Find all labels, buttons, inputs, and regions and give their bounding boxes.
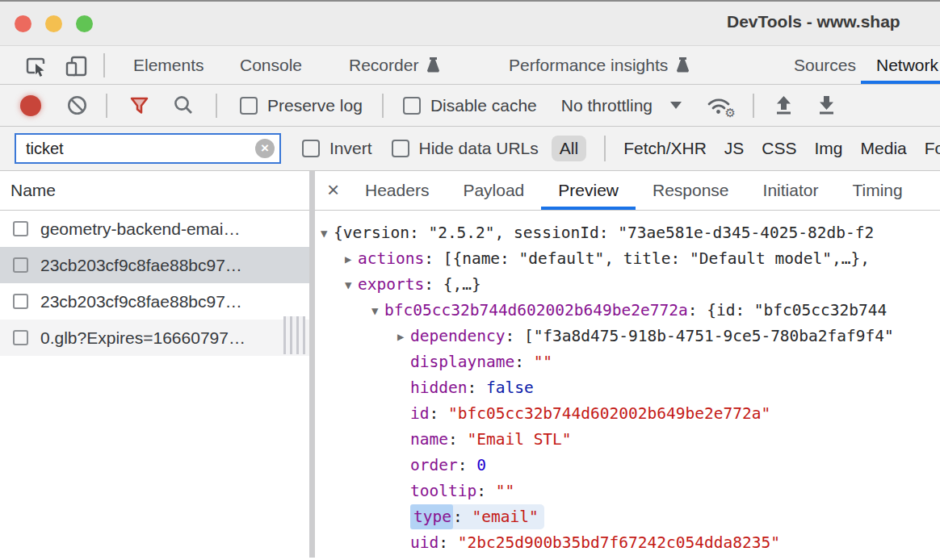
toolbar-divider — [106, 94, 107, 118]
request-row[interactable]: geometry-backend-emai… — [0, 211, 309, 247]
hide-data-urls-checkbox[interactable] — [392, 140, 409, 157]
json-key: order — [410, 456, 458, 474]
tab-label: Performance insights — [509, 56, 668, 75]
clear-filter-icon[interactable]: × — [255, 139, 275, 158]
tab-recorder[interactable]: Recorder — [349, 46, 441, 84]
json-line: ▶type: "email" — [315, 504, 940, 530]
devtools-tabs: ElementsConsoleRecorderPerformance insig… — [0, 46, 940, 84]
disclosure-triangle-icon[interactable]: ▶ — [397, 324, 410, 349]
disclosure-triangle-icon[interactable]: ▼ — [321, 220, 334, 246]
json-text: : ["f3a8d475-918b-4751-9ce5-780ba2faf9f4… — [505, 327, 893, 345]
filter-chip-font[interactable]: Font — [925, 139, 940, 158]
tab-performance-insights[interactable]: Performance insights — [509, 46, 690, 84]
tab-label: Sources — [794, 56, 856, 75]
json-line: ▶order: 0 — [315, 453, 940, 479]
request-row[interactable]: 0.glb?Expires=16660797… — [0, 320, 309, 356]
tab-elements[interactable]: Elements — [133, 46, 204, 84]
disable-cache-label[interactable]: Disable cache — [430, 96, 537, 115]
detail-tab-headers[interactable]: Headers — [365, 171, 429, 210]
filter-chip-css[interactable]: CSS — [762, 139, 796, 158]
filter-chip-media[interactable]: Media — [861, 139, 907, 158]
network-filter-row: × Invert Hide data URLs AllFetch/XHRJSCS… — [0, 127, 940, 171]
json-text: : {id: "bfc05cc32b744 — [688, 301, 888, 320]
preserve-log-label[interactable]: Preserve log — [267, 96, 363, 115]
request-row[interactable]: 23cb203cf9c8fae88bc97… — [0, 247, 309, 283]
throttling-select[interactable]: No throttling — [561, 96, 653, 115]
json-string-value: "bfc05cc32b744d602002b649be2e772a" — [448, 404, 770, 423]
requests-panel: Name geometry-backend-emai…23cb203cf9c8f… — [0, 171, 309, 558]
json-string-value: "Email STL" — [467, 430, 571, 449]
json-text: : {,…} — [424, 275, 480, 294]
disclosure-triangle-icon[interactable]: ▼ — [345, 272, 358, 298]
network-conditions-icon[interactable]: ⚙ — [706, 94, 732, 117]
hide-data-urls-label[interactable]: Hide data URLs — [419, 139, 539, 158]
json-line: ▶dependency: ["f3a8d475-918b-4751-9ce5-7… — [315, 324, 940, 349]
json-text: : — [458, 456, 476, 474]
search-icon[interactable] — [173, 94, 195, 116]
json-key: dependency — [410, 327, 505, 345]
json-number-value: 0 — [476, 456, 486, 474]
json-line: ▶id: "bfc05cc32b744d602002b649be2e772a" — [315, 401, 940, 427]
json-text: : — [467, 378, 485, 397]
detail-tabs: HeadersPayloadPreviewResponseInitiatorTi… — [365, 171, 903, 210]
detail-tab-payload[interactable]: Payload — [463, 171, 524, 210]
filter-chip-all[interactable]: All — [552, 136, 586, 161]
disclosure-triangle-icon[interactable]: ▼ — [371, 298, 384, 324]
name-column-header[interactable]: Name — [0, 171, 309, 211]
json-boolean-value: false — [486, 378, 534, 397]
json-key: uid — [410, 533, 439, 552]
detail-tabbar: × HeadersPayloadPreviewResponseInitiator… — [315, 171, 940, 211]
detail-tab-initiator[interactable]: Initiator — [763, 171, 819, 210]
request-name: 23cb203cf9c8fae88bc97… — [40, 292, 242, 311]
import-har-icon[interactable] — [774, 94, 794, 116]
tab-label: Elements — [133, 56, 204, 75]
filter-chip-js[interactable]: JS — [724, 139, 745, 158]
close-icon[interactable]: × — [327, 178, 339, 203]
filter-chip-fetch-xhr[interactable]: Fetch/XHR — [623, 139, 707, 158]
filter-input[interactable] — [15, 133, 281, 164]
zoom-window-button[interactable] — [76, 15, 93, 32]
tab-label: Recorder — [349, 56, 418, 75]
filter-toggle-icon[interactable] — [128, 94, 150, 116]
json-text: : [{name: "default", title: "Default mod… — [424, 249, 870, 268]
tab-network[interactable]: Network — [876, 46, 938, 84]
detail-tab-preview[interactable]: Preview — [558, 171, 619, 210]
detail-tab-timing[interactable]: Timing — [852, 171, 902, 210]
json-text: : — [439, 533, 457, 552]
json-text: : — [476, 482, 495, 500]
invert-checkbox[interactable] — [302, 140, 320, 157]
json-key: tooltip — [410, 482, 476, 500]
json-key: name — [410, 430, 448, 449]
json-key: actions — [358, 249, 424, 268]
export-har-icon[interactable] — [816, 94, 837, 116]
filter-chip-img[interactable]: Img — [815, 139, 843, 158]
json-text: {version: "2.5.2", sessionId: "73ae581e-… — [334, 224, 874, 242]
preserve-log-checkbox[interactable] — [240, 97, 258, 115]
detail-tab-response[interactable]: Response — [653, 171, 729, 210]
json-key: exports — [358, 275, 424, 294]
json-string-value: "" — [496, 482, 514, 500]
clear-network-log-icon[interactable] — [66, 94, 88, 116]
tab-console[interactable]: Console — [240, 46, 302, 84]
gear-icon: ⚙ — [725, 106, 736, 120]
request-row[interactable]: 23cb203cf9c8fae88bc97… — [0, 283, 309, 320]
json-string-value: "" — [534, 353, 552, 371]
traffic-lights — [15, 15, 93, 32]
panel-resize-handle[interactable] — [309, 171, 315, 558]
scrollbar-stripes — [283, 316, 305, 354]
record-network-log-button[interactable] — [20, 95, 41, 116]
tab-sources[interactable]: Sources — [794, 46, 856, 84]
close-window-button[interactable] — [15, 15, 31, 32]
toolbar-divider — [382, 94, 384, 118]
disable-cache-checkbox[interactable] — [403, 97, 421, 115]
minimize-window-button[interactable] — [45, 15, 62, 32]
disclosure-triangle-icon[interactable]: ▶ — [345, 246, 358, 272]
json-text: : — [448, 430, 467, 449]
invert-label[interactable]: Invert — [329, 139, 372, 158]
resource-type-filters: AllFetch/XHRJSCSSImgMediaFont — [552, 136, 940, 161]
json-key: displayname — [410, 353, 514, 371]
network-tab-underline — [861, 81, 940, 84]
devtools-tabbar: ElementsConsoleRecorderPerformance insig… — [0, 46, 940, 85]
toolbar-divider — [216, 94, 217, 118]
chevron-down-icon[interactable] — [670, 102, 682, 109]
